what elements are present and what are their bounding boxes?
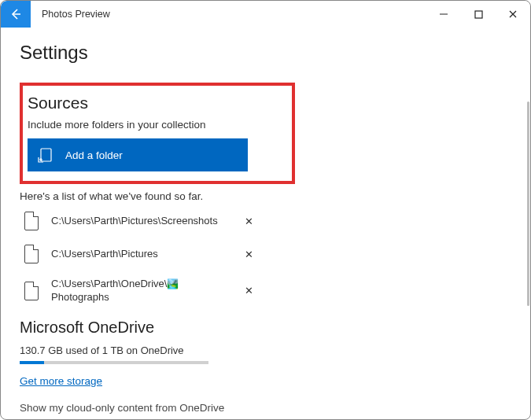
close-icon <box>508 9 518 19</box>
onedrive-cloud-only-label: Show my cloud-only content from OneDrive <box>20 402 511 414</box>
onedrive-progress-fill <box>20 361 44 364</box>
maximize-button[interactable] <box>461 1 496 28</box>
folder-path: C:\Users\Parth\Pictures <box>51 248 229 261</box>
sources-highlight: Sources Include more folders in your col… <box>20 83 295 184</box>
remove-folder-button[interactable]: ✕ <box>242 249 256 260</box>
add-folder-icon <box>37 146 54 164</box>
onedrive-progress <box>20 361 208 364</box>
sources-list-intro: Here's a list of what we've found so far… <box>20 190 511 202</box>
minimize-button[interactable] <box>426 1 461 28</box>
sources-subtitle: Include more folders in your collection <box>28 119 284 131</box>
back-button[interactable] <box>1 1 31 28</box>
add-folder-label: Add a folder <box>65 149 123 161</box>
get-more-storage-link[interactable]: Get more storage <box>20 375 102 387</box>
sources-heading: Sources <box>28 94 284 112</box>
device-icon <box>24 245 39 263</box>
folder-path: C:\Users\Parth\OneDrive\🏞️ Photographs <box>51 278 229 304</box>
page-title: Settings <box>20 42 511 64</box>
title-bar: Photos Preview <box>1 1 530 28</box>
scrollbar[interactable] <box>527 101 529 306</box>
picture-icon: 🏞️ <box>167 278 179 289</box>
remove-folder-button[interactable]: ✕ <box>242 285 256 297</box>
device-icon <box>24 212 39 230</box>
folder-row: C:\Users\Parth\Pictures ✕ <box>20 245 256 263</box>
app-title: Photos Preview <box>42 9 110 20</box>
remove-folder-button[interactable]: ✕ <box>242 216 256 227</box>
folder-path: C:\Users\Parth\Pictures\Screenshots <box>51 215 229 228</box>
svg-rect-0 <box>475 11 482 18</box>
close-button[interactable] <box>496 1 530 28</box>
settings-content: Settings Sources Include more folders in… <box>1 28 530 420</box>
minimize-icon <box>439 9 448 19</box>
onedrive-usage: 130.7 GB used of 1 TB on OneDrive <box>20 344 511 356</box>
window-controls <box>426 1 530 28</box>
add-folder-button[interactable]: Add a folder <box>28 138 248 171</box>
arrow-left-icon <box>9 8 22 20</box>
folder-row: C:\Users\Parth\OneDrive\🏞️ Photographs ✕ <box>20 278 256 304</box>
device-icon <box>24 282 39 300</box>
onedrive-heading: Microsoft OneDrive <box>20 319 511 337</box>
maximize-icon <box>474 10 483 19</box>
folder-row: C:\Users\Parth\Pictures\Screenshots ✕ <box>20 212 256 230</box>
